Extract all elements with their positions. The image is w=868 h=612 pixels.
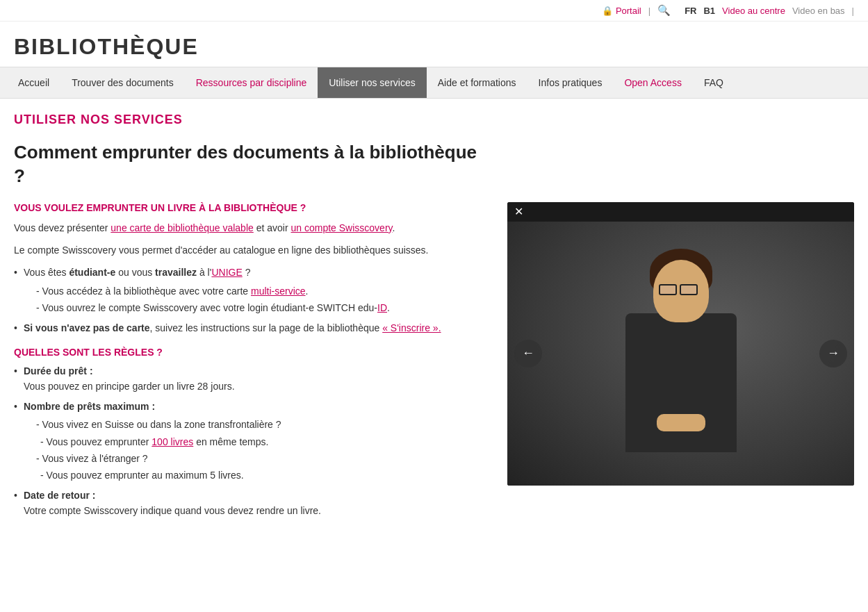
bullet-list-1: Vous êtes étudiant-e ou vous travaillez …: [14, 265, 486, 336]
video-close-button[interactable]: ✕: [514, 206, 523, 217]
nav-item-trouver[interactable]: Trouver des documents: [60, 67, 185, 98]
nav-item-aide[interactable]: Aide et formations: [427, 67, 527, 98]
rule-duree-text: Vous pouvez en principe garder un livre …: [24, 381, 235, 392]
top-bar: 🔒 Portail | 🔍 FR B1 Video au centre Vide…: [0, 0, 868, 22]
rule-nombre-sub1: Vous vivez en Suisse ou dans la zone tra…: [36, 417, 486, 432]
nav-item-utiliser[interactable]: Utiliser nos services: [318, 67, 426, 98]
rule-date-text: Votre compte Swisscovery indique quand v…: [24, 505, 321, 516]
person-body: [625, 313, 737, 452]
unige-link[interactable]: UNIGE: [211, 267, 242, 278]
content-layout: VOUS VOULEZ EMPRUNTER UN LIVRE À LA BIBL…: [14, 202, 854, 526]
video-next-button[interactable]: →: [819, 340, 847, 367]
rule-duree-title: Durée du prêt :: [24, 365, 93, 377]
person-glasses: [659, 284, 701, 295]
portail-label: Portail: [616, 6, 641, 16]
video-prev-button[interactable]: ←: [514, 340, 542, 367]
bullet-list-2: Durée du prêt : Vous pouvez en principe …: [14, 363, 486, 519]
nav-item-accueil[interactable]: Accueil: [7, 67, 60, 98]
rule-duree: Durée du prêt : Vous pouvez en principe …: [14, 363, 486, 395]
rule-nombre-sub3: Vous vivez à l'étranger ?: [36, 451, 486, 466]
sub-item-2: Vous ouvrez le compte Swisscovery avec v…: [36, 300, 486, 315]
site-header: BIBLIOTHÈQUE: [0, 22, 868, 67]
rule-date-title: Date de retour :: [24, 490, 95, 501]
inscrire-link[interactable]: « S'inscrire ».: [382, 322, 441, 333]
bullet-item-1: Vous êtes étudiant-e ou vous travaillez …: [14, 265, 486, 315]
separator-3: |: [852, 6, 854, 16]
rule-nombre-title: Nombre de prêts maximum :: [24, 401, 155, 412]
portail-link[interactable]: 🔒 Portail: [602, 6, 641, 16]
sub-item-1: Vous accédez à la bibliothèque avec votr…: [36, 283, 486, 299]
video-centre-link[interactable]: Video au centre: [722, 6, 785, 16]
search-icon[interactable]: 🔍: [657, 4, 671, 17]
section-title: UTILISER NOS SERVICES: [14, 113, 854, 127]
sub-list-2: Vous vivez en Suisse ou dans la zone tra…: [36, 417, 486, 483]
main-heading: Comment emprunter des documents à la bib…: [14, 141, 486, 188]
sub-heading-2: QUELLES SONT LES RÈGLES ?: [14, 347, 486, 358]
site-title: BIBLIOTHÈQUE: [14, 34, 854, 60]
lang-fr[interactable]: FR: [685, 6, 696, 16]
sub-list-1: Vous accédez à la bibliothèque avec votr…: [36, 283, 486, 316]
content-left: VOUS VOULEZ EMPRUNTER UN LIVRE À LA BIBL…: [14, 202, 486, 526]
video-panel: ✕: [507, 202, 854, 486]
person-head: [653, 260, 709, 322]
sub-heading-1: VOUS VOULEZ EMPRUNTER UN LIVRE À LA BIBL…: [14, 202, 486, 213]
nav-item-faq[interactable]: FAQ: [693, 67, 735, 98]
intro-text-1: Vous devez présenter une carte de biblio…: [14, 220, 486, 235]
nav-item-ressources[interactable]: Ressources par discipline: [185, 67, 318, 98]
video-bas-link[interactable]: Video en bas: [792, 6, 845, 16]
video-screen: ← →: [507, 222, 854, 486]
bullet-item-2: Si vous n'avez pas de carte, suivez les …: [14, 320, 486, 336]
nav-item-infos[interactable]: Infos pratiques: [527, 67, 614, 98]
rule-nombre-sub4: Vous pouvez emprunter au maximum 5 livre…: [36, 468, 486, 483]
separator-1: |: [648, 6, 650, 16]
rule-nombre: Nombre de prêts maximum : Vous vivez en …: [14, 399, 486, 483]
person-figure: [625, 254, 737, 452]
main-nav: Accueil Trouver des documents Ressources…: [0, 67, 868, 99]
portail-icon: 🔒: [602, 6, 613, 16]
level-b1[interactable]: B1: [703, 6, 715, 16]
person-hands: [657, 414, 705, 431]
rule-nombre-sub2: Vous pouvez emprunter 100 livres en même…: [36, 434, 486, 449]
intro-text-2: Le compte Swisscovery vous permet d'accé…: [14, 242, 486, 258]
nav-item-openaccess[interactable]: Open Access: [613, 67, 693, 98]
page-content: UTILISER NOS SERVICES Comment emprunter …: [0, 99, 868, 546]
rule-date: Date de retour : Votre compte Swisscover…: [14, 488, 486, 519]
video-top-bar: ✕: [507, 202, 854, 222]
